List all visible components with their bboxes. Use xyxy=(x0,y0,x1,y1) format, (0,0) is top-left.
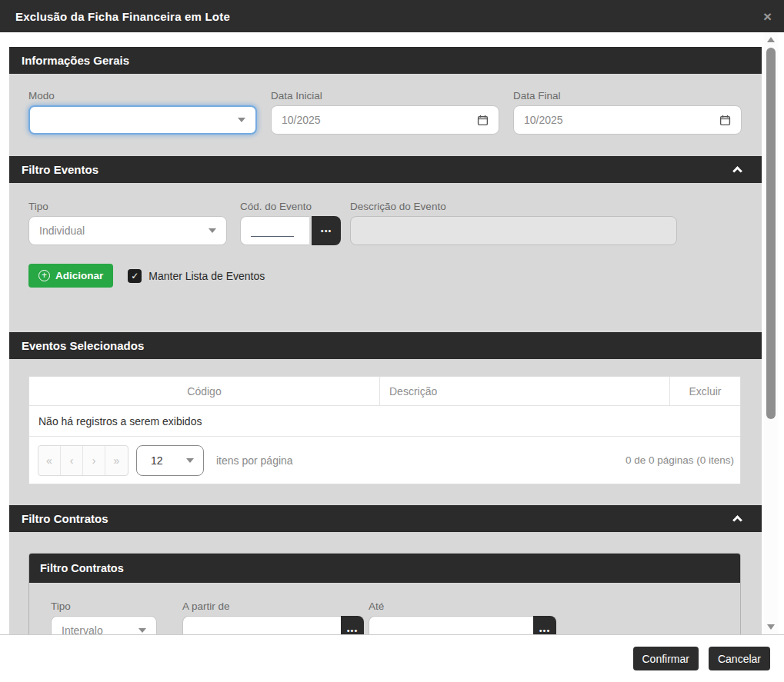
table-header-row: Código Descrição Excluir xyxy=(29,377,740,406)
tipo-evento-value: Individual xyxy=(39,225,85,237)
chevron-down-icon xyxy=(186,458,194,463)
items-per-page-label: itens por página xyxy=(216,454,293,467)
pager-prev-button[interactable]: ‹ xyxy=(61,446,83,475)
ate-input[interactable] xyxy=(369,616,533,634)
ate-label: Até xyxy=(369,600,556,613)
tipo-label: Tipo xyxy=(28,200,227,213)
section-header-filtro-contratos[interactable]: Filtro Contratos xyxy=(9,505,762,532)
ate-lookup-button[interactable]: ••• xyxy=(533,616,556,634)
dialog-body: Informações Gerais Modo Data Inicial 10/… xyxy=(0,32,784,634)
scrollbar-thumb[interactable] xyxy=(766,48,776,419)
data-final-value: 10/2025 xyxy=(524,114,563,126)
modo-label: Modo xyxy=(28,89,257,102)
pager-summary: 0 de 0 páginas (0 itens) xyxy=(626,454,734,466)
data-final-input[interactable]: 10/2025 xyxy=(513,105,742,135)
adicionar-label: Adicionar xyxy=(55,270,103,281)
batch-deletion-dialog: Exclusão da Ficha Financeira em Lote × I… xyxy=(0,0,784,682)
descricao-evento-label: Descrição do Evento xyxy=(350,200,677,213)
cod-evento-input[interactable] xyxy=(240,216,309,245)
calendar-icon[interactable] xyxy=(477,115,489,126)
section-header-informacoes-gerais: Informações Gerais xyxy=(9,47,762,74)
eventos-table: Código Descrição Excluir Não há registro… xyxy=(28,376,741,484)
cancelar-button[interactable]: Cancelar xyxy=(709,647,770,670)
contratos-fields-row: Tipo Intervalo A partir de ••• xyxy=(29,583,740,634)
data-inicial-field: Data Inicial 10/2025 xyxy=(271,89,499,135)
pager-last-button[interactable]: » xyxy=(105,446,128,475)
section-title: Filtro Contratos xyxy=(22,512,108,525)
pager-next-button[interactable]: › xyxy=(83,446,105,475)
input-mask-line xyxy=(251,225,294,237)
manter-lista-label: Manter Lista de Eventos xyxy=(148,270,265,282)
modo-field: Modo xyxy=(28,89,257,135)
section-title: Informações Gerais xyxy=(22,54,129,67)
tipo-contrato-value: Intervalo xyxy=(62,624,103,634)
a-partir-de-lookup-button[interactable]: ••• xyxy=(341,616,364,634)
section-header-eventos-selecionados: Eventos Selecionados xyxy=(9,332,762,359)
descricao-evento-field: Descrição do Evento xyxy=(350,200,677,245)
data-final-label: Data Final xyxy=(513,89,742,102)
adicionar-button[interactable]: + Adicionar xyxy=(28,264,113,288)
scroll-up-icon[interactable] xyxy=(767,37,775,42)
tipo-contrato-select[interactable]: Intervalo xyxy=(51,616,157,634)
column-header-excluir: Excluir xyxy=(670,377,740,405)
calendar-icon[interactable] xyxy=(719,115,731,126)
eventos-fields-row: Tipo Individual Cód. do Evento ••• xyxy=(9,183,762,245)
content-panel: Informações Gerais Modo Data Inicial 10/… xyxy=(9,47,762,634)
dialog-title: Exclusão da Ficha Financeira em Lote xyxy=(15,10,230,23)
tipo-contrato-field: Tipo Intervalo xyxy=(51,600,157,634)
manter-lista-checkbox[interactable]: ✓ xyxy=(128,269,142,283)
filtro-contratos-panel: Filtro Contratos Tipo Intervalo A partir… xyxy=(28,553,741,634)
tipo-evento-field: Tipo Individual xyxy=(28,200,227,245)
scroll-down-icon[interactable] xyxy=(767,624,775,630)
check-icon: ✓ xyxy=(131,271,138,281)
chevron-up-icon[interactable] xyxy=(732,166,742,176)
cod-evento-lookup-button[interactable]: ••• xyxy=(312,216,341,245)
close-icon[interactable]: × xyxy=(763,9,772,24)
chevron-down-icon xyxy=(138,628,146,633)
data-inicial-input[interactable]: 10/2025 xyxy=(271,105,499,135)
column-header-codigo: Código xyxy=(29,377,380,405)
cod-evento-field: Cód. do Evento ••• xyxy=(240,200,341,245)
ate-field: Até ••• xyxy=(369,600,556,634)
pager-first-button[interactable]: « xyxy=(38,446,61,475)
chevron-up-icon[interactable] xyxy=(732,515,742,525)
filtro-contratos-panel-header: Filtro Contratos xyxy=(29,554,740,583)
table-empty-row: Não há registros a serem exibidos xyxy=(29,406,740,437)
table-pager: « ‹ › » 12 itens por página 0 de 0 págin… xyxy=(29,437,740,484)
section-title: Eventos Selecionados xyxy=(22,339,144,352)
data-inicial-value: 10/2025 xyxy=(282,114,321,126)
scrollbar[interactable] xyxy=(764,32,778,634)
panel-title: Filtro Contratos xyxy=(40,562,124,574)
a-partir-de-input[interactable] xyxy=(182,616,341,634)
page-size-value: 12 xyxy=(151,454,163,467)
eventos-actions-row: + Adicionar ✓ Manter Lista de Eventos xyxy=(9,245,762,288)
general-fields-row: Modo Data Inicial 10/2025 xyxy=(9,74,762,156)
chevron-down-icon xyxy=(209,228,216,233)
cod-evento-label: Cód. do Evento xyxy=(240,200,312,213)
plus-circle-icon: + xyxy=(38,270,50,281)
tipo-contrato-label: Tipo xyxy=(51,600,157,613)
section-header-filtro-eventos[interactable]: Filtro Eventos xyxy=(9,156,762,183)
column-header-descricao: Descrição xyxy=(380,377,670,405)
dialog-footer: Confirmar Cancelar xyxy=(0,634,784,682)
tipo-evento-select[interactable]: Individual xyxy=(28,216,227,245)
section-title: Filtro Eventos xyxy=(22,163,98,176)
a-partir-de-label: A partir de xyxy=(182,600,364,613)
confirmar-button[interactable]: Confirmar xyxy=(633,647,699,670)
data-inicial-label: Data Inicial xyxy=(271,89,499,102)
descricao-evento-input xyxy=(350,216,677,245)
modo-select[interactable] xyxy=(28,105,257,135)
a-partir-de-field: A partir de ••• xyxy=(182,600,364,634)
chevron-down-icon xyxy=(238,118,245,122)
page-size-select[interactable]: 12 xyxy=(136,445,204,476)
data-final-field: Data Final 10/2025 xyxy=(513,89,742,135)
pager-button-group: « ‹ › » xyxy=(38,445,128,476)
dialog-header: Exclusão da Ficha Financeira em Lote × xyxy=(0,0,784,32)
